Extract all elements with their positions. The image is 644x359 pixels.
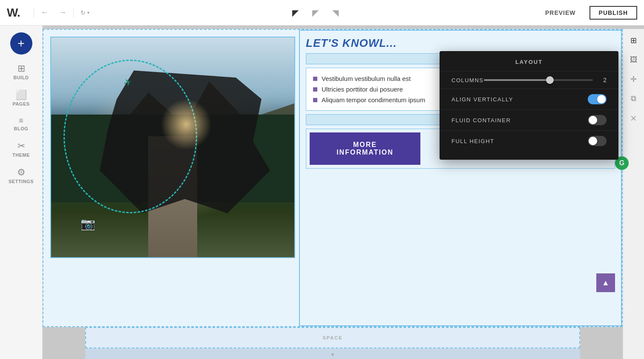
theme-icon: ✂ xyxy=(17,141,25,151)
handle-icon: ▼ xyxy=(330,352,335,358)
list-bullet-icon xyxy=(313,98,317,102)
sidebar-item-settings[interactable]: ⚙ SETTINGS xyxy=(4,164,38,188)
bottom-handle[interactable]: ▼ xyxy=(85,348,580,359)
device-switcher: ◤ ◤ ◥ xyxy=(93,6,538,20)
sidebar-item-theme[interactable]: ✂ THEME xyxy=(4,137,38,162)
bottom-space-section: SPACE xyxy=(85,327,580,348)
topbar: W. ← → ↻ ▾ ◤ ◤ ◥ PREVIEW PUBLISH xyxy=(0,0,644,26)
fluid-container-toggle[interactable] xyxy=(588,115,607,125)
divider2 xyxy=(73,8,74,18)
undo-button[interactable]: ← xyxy=(37,6,52,19)
build-icon: ⊞ xyxy=(17,64,25,73)
align-vertically-toggle[interactable] xyxy=(588,94,607,104)
title-area: LET'S KNOWL... xyxy=(306,33,615,52)
redo-button[interactable]: → xyxy=(55,6,70,19)
columns-row: COLUMNS 2 xyxy=(440,71,618,89)
scroll-to-top-button[interactable]: ▲ xyxy=(596,273,615,292)
publish-button[interactable]: PUBLISH xyxy=(589,6,637,20)
build-label: BUILD xyxy=(13,75,29,80)
image-panel: ✈ 📷 xyxy=(43,30,299,326)
plus-icon: + xyxy=(17,37,24,50)
canvas-area: ✈ 📷 LET'S KNOWL. xyxy=(43,26,644,359)
full-height-toggle[interactable] xyxy=(588,136,607,146)
list-item-text-1: Vestibulum vestibulum nulla est xyxy=(322,75,411,82)
full-height-row: FULL HEIGHT xyxy=(440,130,618,151)
list-item-text-2: Ultricies porttitor dui posuere xyxy=(322,86,403,93)
blog-icon: ≡ xyxy=(19,117,23,124)
bottom-space-label: SPACE xyxy=(322,335,342,340)
list-bullet-icon xyxy=(313,87,317,92)
layers-button[interactable]: ⧉ xyxy=(629,92,638,105)
camera-icon: 📷 xyxy=(80,217,95,231)
topbar-right: PREVIEW PUBLISH xyxy=(538,6,637,20)
sidebar-item-pages[interactable]: ⬜ PAGES xyxy=(4,86,38,111)
close-panel-button[interactable]: ✕ xyxy=(628,112,639,125)
mobile-device-button[interactable]: ◥ xyxy=(329,6,342,20)
columns-label: COLUMNS xyxy=(451,77,484,83)
left-sidebar: + ⊞ BUILD ⬜ PAGES ≡ BLOG ✂ THEME ⚙ SETTI… xyxy=(0,26,43,359)
align-vertically-row: ALIGN VERTICALLY xyxy=(440,89,618,109)
history-button[interactable]: ↻ ▾ xyxy=(77,8,93,18)
align-vertically-label: ALIGN VERTICALLY xyxy=(451,96,588,103)
add-element-button[interactable]: + xyxy=(10,32,32,55)
layout-panel: LAYOUT COLUMNS 2 ALIGN VERTICALLY FLUID xyxy=(440,51,618,160)
main-layout: + ⊞ BUILD ⬜ PAGES ≡ BLOG ✂ THEME ⚙ SETTI… xyxy=(0,26,644,359)
fluid-container-row: FLUID CONTAINER xyxy=(440,109,618,130)
move-tool-button[interactable]: ✛ xyxy=(629,73,638,86)
theme-label: THEME xyxy=(12,152,30,158)
pages-icon: ⬜ xyxy=(15,90,27,100)
desktop-device-button[interactable]: ◤ xyxy=(289,6,302,20)
toggle-thumb xyxy=(589,116,597,124)
full-height-label: FULL HEIGHT xyxy=(451,138,588,144)
blog-label: BLOG xyxy=(14,126,29,131)
grid-view-button[interactable]: ⊞ xyxy=(629,34,638,47)
settings-icon: ⚙ xyxy=(17,168,26,177)
columns-value: 2 xyxy=(598,77,607,83)
right-sidebar: ⊞ 🖼 ✛ ⧉ ✕ xyxy=(623,29,644,359)
topbar-actions: ← → xyxy=(37,6,70,19)
chevron-up-icon: ▲ xyxy=(602,279,610,287)
image-frame[interactable]: ✈ 📷 xyxy=(50,37,295,258)
more-information-button[interactable]: MORE INFORMATION xyxy=(310,132,420,165)
list-item-text-3: Aliquam tempor condimentum ipsum xyxy=(322,96,425,103)
columns-slider[interactable] xyxy=(484,79,593,81)
preview-button[interactable]: PREVIEW xyxy=(538,7,583,19)
sidebar-item-blog[interactable]: ≡ BLOG xyxy=(4,112,38,135)
section-title: LET'S KNOWL... xyxy=(306,37,615,50)
toggle-thumb xyxy=(597,95,606,103)
app-logo: W. xyxy=(7,6,20,20)
pages-label: PAGES xyxy=(12,101,29,106)
list-bullet-icon xyxy=(313,77,317,81)
settings-label: SETTINGS xyxy=(9,179,34,184)
chevron-down-icon: ▾ xyxy=(87,10,89,15)
hero-image: ✈ 📷 xyxy=(51,37,294,257)
slider-thumb[interactable] xyxy=(546,76,554,84)
sidebar-item-build[interactable]: ⊞ BUILD xyxy=(4,60,38,84)
divider xyxy=(34,8,34,18)
history-icon: ↻ xyxy=(80,9,86,16)
slider-fill xyxy=(484,79,549,81)
image-tool-button[interactable]: 🖼 xyxy=(628,54,639,66)
tablet-device-button[interactable]: ◤ xyxy=(309,6,322,20)
toggle-thumb xyxy=(589,137,597,145)
layout-panel-title: LAYOUT xyxy=(440,51,618,71)
fluid-container-label: FLUID CONTAINER xyxy=(451,117,588,123)
